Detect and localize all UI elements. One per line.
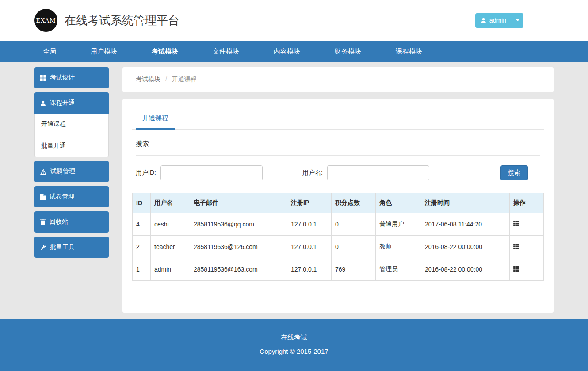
- user-icon: [40, 100, 46, 106]
- breadcrumb-current: 开通课程: [172, 76, 197, 83]
- content-layout: 考试设计 课程开通 开通课程 批量开通 试题管理: [0, 62, 588, 319]
- table-row: 4 ceshi 2858119536@qq.com 127.0.0.1 0 普通…: [133, 213, 544, 236]
- nav-item-content-module[interactable]: 内容模块: [256, 41, 317, 62]
- search-button[interactable]: 搜索: [500, 165, 528, 180]
- cell-id: 4: [133, 213, 151, 236]
- sidebar-item-recycle-bin[interactable]: 回收站: [34, 211, 109, 233]
- sidebar-subitem-open-course[interactable]: 开通课程: [34, 114, 109, 135]
- sidebar-subitem-batch-open[interactable]: 批量开通: [34, 135, 109, 157]
- cell-register-time: 2016-08-22 00:00:00: [421, 236, 510, 258]
- header: EXAM 在线考试系统管理平台 admin: [0, 0, 588, 41]
- breadcrumb: 考试模块 / 开通课程: [122, 67, 554, 92]
- warning-icon: [40, 169, 46, 175]
- file-icon: [40, 194, 46, 200]
- cell-role: 管理员: [376, 258, 421, 281]
- cell-ip: 127.0.0.1: [287, 236, 332, 258]
- sidebar: 考试设计 课程开通 开通课程 批量开通 试题管理: [34, 67, 109, 262]
- logo-text: EXAM: [36, 17, 56, 24]
- row-actions-button[interactable]: [510, 213, 544, 236]
- cell-email: 2858119536@126.com: [190, 236, 287, 258]
- search-form: 用户ID: 用户名: 搜索: [136, 165, 540, 180]
- th-list-icon: [513, 221, 519, 226]
- cell-id: 1: [133, 258, 151, 281]
- nav-item-file-module[interactable]: 文件模块: [195, 41, 256, 62]
- sidebar-item-batch-tools[interactable]: 批量工具: [34, 237, 109, 258]
- col-header-email: 电子邮件: [190, 193, 287, 213]
- main-content: 考试模块 / 开通课程 开通课程 搜索 用户ID: 用户名: 搜索: [122, 67, 554, 313]
- sidebar-item-question-manage[interactable]: 试题管理: [34, 161, 109, 182]
- sidebar-item-label: 批量工具: [50, 243, 75, 251]
- tab-open-course[interactable]: 开通课程: [136, 110, 175, 130]
- user-id-input[interactable]: [160, 165, 263, 180]
- admin-dropdown-toggle[interactable]: [512, 13, 523, 28]
- cell-username: admin: [151, 258, 190, 281]
- cell-ip: 127.0.0.1: [287, 213, 332, 236]
- col-header-username: 用户名: [151, 193, 190, 213]
- sidebar-item-paper-manage[interactable]: 试卷管理: [34, 186, 109, 207]
- breadcrumb-separator: /: [165, 76, 167, 83]
- chevron-down-icon: [516, 19, 519, 21]
- sidebar-item-label: 试卷管理: [50, 193, 74, 201]
- nav-item-global[interactable]: 全局: [26, 41, 73, 62]
- sidebar-subitem-label: 批量开通: [41, 142, 66, 149]
- col-header-id: ID: [133, 193, 151, 213]
- footer-copyright: Copyright © 2015-2017: [0, 348, 588, 355]
- sidebar-item-course-open[interactable]: 课程开通: [34, 92, 109, 114]
- footer-site-name: 在线考试: [0, 333, 588, 342]
- cell-points: 769: [332, 258, 376, 281]
- user-id-label: 用户ID:: [136, 169, 156, 177]
- cell-role: 普通用户: [376, 213, 421, 236]
- trash-icon: [40, 219, 46, 225]
- user-icon: [481, 18, 486, 23]
- cell-points: 0: [332, 213, 376, 236]
- nav-item-course-module[interactable]: 课程模块: [378, 41, 439, 62]
- nav-item-user-module[interactable]: 用户模块: [73, 41, 134, 62]
- wrench-icon: [40, 245, 46, 250]
- user-name-label: 用户名:: [302, 169, 323, 177]
- table-row: 2 teacher 2858119536@126.com 127.0.0.1 0…: [133, 236, 544, 258]
- admin-button[interactable]: admin: [475, 13, 512, 28]
- grid-icon: [40, 75, 46, 81]
- col-header-points: 积分点数: [332, 193, 376, 213]
- breadcrumb-section[interactable]: 考试模块: [136, 76, 160, 83]
- sidebar-item-label: 考试设计: [50, 74, 75, 82]
- col-header-role: 角色: [376, 193, 421, 213]
- tab-bar: 开通课程: [132, 110, 544, 130]
- cell-points: 0: [332, 236, 376, 258]
- cell-register-time: 2017-06-08 11:44:20: [421, 213, 510, 236]
- cell-id: 2: [133, 236, 151, 258]
- sidebar-group-course-open: 课程开通 开通课程 批量开通: [34, 92, 109, 157]
- cell-email: 2858119536@163.com: [190, 258, 287, 281]
- sidebar-subitem-label: 开通课程: [41, 120, 66, 127]
- sidebar-item-label: 课程开通: [50, 99, 75, 107]
- admin-label: admin: [489, 17, 506, 24]
- cell-role: 教师: [376, 236, 421, 258]
- admin-button-group: admin: [475, 13, 523, 28]
- cell-ip: 127.0.0.1: [287, 258, 332, 281]
- search-section-heading: 搜索: [136, 140, 540, 156]
- th-list-icon: [513, 244, 519, 249]
- col-header-actions: 操作: [510, 193, 544, 213]
- row-actions-button[interactable]: [510, 236, 544, 258]
- sidebar-item-label: 回收站: [50, 218, 68, 226]
- site-logo: EXAM: [34, 9, 57, 32]
- nav-item-exam-module[interactable]: 考试模块: [134, 41, 195, 62]
- top-navbar: 全局 用户模块 考试模块 文件模块 内容模块 财务模块 课程模块: [0, 41, 588, 62]
- table-header-row: ID 用户名 电子邮件 注册IP 积分点数 角色 注册时间 操作: [133, 193, 544, 213]
- sidebar-item-label: 试题管理: [50, 168, 75, 176]
- col-header-ip: 注册IP: [287, 193, 332, 213]
- open-course-panel: 开通课程 搜索 用户ID: 用户名: 搜索 ID 用户名: [122, 99, 554, 313]
- users-table: ID 用户名 电子邮件 注册IP 积分点数 角色 注册时间 操作 4 ceshi: [132, 193, 544, 281]
- cell-register-time: 2016-08-22 00:00:00: [421, 258, 510, 281]
- table-row: 1 admin 2858119536@163.com 127.0.0.1 769…: [133, 258, 544, 281]
- row-actions-button[interactable]: [510, 258, 544, 281]
- th-list-icon: [513, 266, 519, 272]
- user-name-input[interactable]: [327, 165, 429, 180]
- sidebar-item-exam-design[interactable]: 考试设计: [34, 67, 109, 88]
- nav-item-finance-module[interactable]: 财务模块: [317, 41, 378, 62]
- footer: 在线考试 Copyright © 2015-2017: [0, 319, 588, 371]
- page-title: 在线考试系统管理平台: [65, 13, 179, 28]
- cell-username: teacher: [151, 236, 190, 258]
- col-header-register-time: 注册时间: [421, 193, 510, 213]
- cell-email: 2858119536@qq.com: [190, 213, 287, 236]
